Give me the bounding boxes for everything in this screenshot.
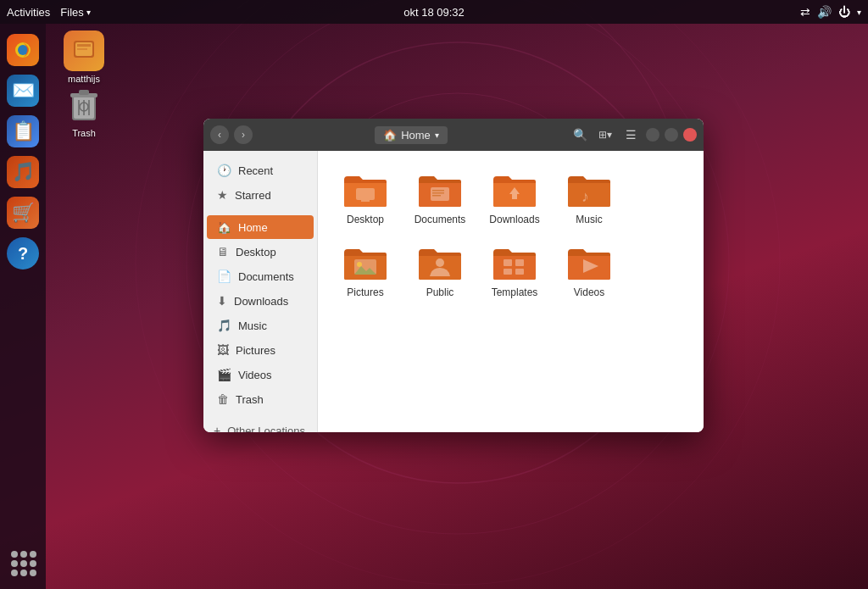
folder-templates[interactable]: Templates: [481, 237, 548, 303]
close-button[interactable]: [683, 128, 697, 142]
power-tray-icon[interactable]: ⏻: [838, 5, 850, 19]
svg-rect-23: [432, 195, 441, 197]
files-menu-label: Files: [60, 6, 83, 19]
plus-icon: +: [214, 424, 220, 432]
svg-rect-30: [504, 259, 512, 266]
recent-icon: 🕐: [217, 164, 231, 177]
path-label[interactable]: 🏠 Home ▾: [375, 126, 448, 144]
dock: ✉️ 📋 🎵 🛒 ?: [0, 24, 46, 589]
sidebar-label-trash: Trash: [236, 393, 264, 406]
dock-item-rhythmbox[interactable]: 🎵: [5, 154, 41, 190]
folder-documents[interactable]: Documents: [406, 164, 474, 231]
minimize-button[interactable]: [646, 128, 659, 142]
volume-tray-icon[interactable]: 🔊: [817, 5, 832, 19]
sidebar-label-recent: Recent: [238, 164, 273, 177]
other-locations-label: Other Locations: [227, 425, 305, 433]
folder-public[interactable]: Public: [406, 237, 474, 303]
files-menu[interactable]: Files ▾: [60, 6, 90, 19]
folder-desktop[interactable]: Desktop: [331, 164, 399, 231]
dock-item-appstore[interactable]: 🛒: [5, 195, 41, 231]
search-button[interactable]: 🔍: [570, 125, 590, 145]
network-tray-icon[interactable]: ⇄: [800, 5, 810, 19]
svg-rect-21: [432, 190, 444, 192]
titlebar-actions: 🔍 ⊞▾ ☰: [570, 125, 697, 145]
sidebar-item-desktop[interactable]: 🖥 Desktop: [207, 240, 314, 264]
fm-body: 🕐 Recent ★ Starred 🏠 Home 🖥 Desktop 📄 Do…: [203, 151, 704, 432]
sidebar-item-home[interactable]: 🏠 Home: [207, 215, 314, 239]
desktop-icon-trash[interactable]: Trash: [64, 85, 104, 138]
sidebar-item-videos[interactable]: 🎬 Videos: [207, 363, 314, 386]
starred-icon: ★: [217, 188, 228, 202]
sidebar-label-pictures: Pictures: [236, 344, 275, 357]
svg-text:♪: ♪: [581, 188, 589, 205]
folder-videos[interactable]: Videos: [555, 237, 623, 303]
files-menu-arrow: ▾: [86, 8, 91, 17]
folder-music-icon: ♪: [566, 169, 612, 210]
tray-arrow[interactable]: ▾: [857, 8, 861, 17]
topbar: Activities Files ▾ okt 18 09:32 ⇄ 🔊 ⏻ ▾: [0, 0, 868, 24]
folder-music[interactable]: ♪ Music: [555, 164, 623, 231]
svg-rect-8: [77, 44, 91, 47]
svg-rect-13: [79, 90, 89, 95]
folder-public-label: Public: [426, 286, 454, 298]
view-toggle-button[interactable]: ⊞▾: [595, 125, 615, 145]
music-icon: 🎵: [217, 319, 231, 332]
folder-pictures-icon: [342, 242, 388, 283]
desktop-icon-matthijs[interactable]: matthijs: [64, 31, 104, 84]
sidebar-item-recent[interactable]: 🕐 Recent: [207, 158, 314, 182]
folder-pictures[interactable]: Pictures: [331, 237, 399, 303]
menu-button[interactable]: ☰: [620, 125, 641, 145]
folder-downloads-label: Downloads: [489, 214, 539, 225]
sidebar-other-locations[interactable]: + Other Locations: [203, 419, 317, 432]
forward-button[interactable]: ›: [234, 125, 253, 144]
dock-item-notes[interactable]: 📋: [5, 114, 41, 149]
sidebar-item-starred[interactable]: ★ Starred: [207, 183, 314, 207]
path-dropdown-arrow: ▾: [435, 131, 439, 140]
dock-item-help[interactable]: ?: [5, 236, 41, 271]
path-bar: 🏠 Home ▾: [258, 126, 565, 144]
desktop-icon-trash-label: Trash: [72, 128, 96, 138]
svg-rect-9: [77, 48, 87, 50]
fm-sidebar: 🕐 Recent ★ Starred 🏠 Home 🖥 Desktop 📄 Do…: [203, 151, 318, 432]
folder-documents-icon: [417, 169, 463, 210]
back-button[interactable]: ‹: [210, 125, 229, 144]
dock-item-thunderbird[interactable]: ✉️: [5, 73, 41, 108]
svg-rect-33: [515, 269, 524, 275]
activities-button[interactable]: Activities: [7, 6, 50, 19]
dock-item-firefox[interactable]: [5, 32, 41, 68]
pictures-icon: 🖼: [217, 343, 229, 357]
sidebar-label-desktop: Desktop: [236, 246, 276, 258]
sidebar-item-documents[interactable]: 📄 Documents: [207, 264, 314, 288]
folder-public-icon: [417, 242, 463, 283]
trash-sidebar-icon: 🗑: [217, 392, 229, 406]
sidebar-label-documents: Documents: [238, 270, 294, 283]
folder-downloads-icon: [492, 169, 537, 210]
home-sidebar-icon: 🏠: [217, 220, 231, 234]
svg-rect-18: [356, 188, 375, 200]
home-icon: 🏠: [383, 129, 397, 142]
sidebar-item-music[interactable]: 🎵 Music: [207, 314, 314, 337]
folder-pictures-label: Pictures: [347, 286, 383, 298]
svg-rect-22: [432, 192, 444, 194]
maximize-button[interactable]: [665, 128, 678, 142]
videos-icon: 🎬: [217, 368, 231, 381]
topbar-right: ⇄ 🔊 ⏻ ▾: [800, 5, 861, 19]
sidebar-label-home: Home: [238, 221, 268, 234]
topbar-left: Activities Files ▾: [7, 6, 91, 19]
desktop-icon-sidebar: 🖥: [217, 245, 229, 258]
desktop-icon-matthijs-label: matthijs: [68, 74, 100, 84]
sidebar-item-pictures[interactable]: 🖼 Pictures: [207, 338, 314, 362]
sidebar-item-trash[interactable]: 🗑 Trash: [207, 387, 314, 411]
folder-templates-icon: [492, 242, 537, 283]
svg-rect-32: [504, 269, 512, 275]
file-manager-window: ‹ › 🏠 Home ▾ 🔍 ⊞▾ ☰ 🕐 Recent ★: [203, 119, 704, 432]
sidebar-item-downloads[interactable]: ⬇ Downloads: [207, 289, 314, 313]
dock-apps-grid-button[interactable]: [5, 545, 41, 581]
folder-desktop-icon: [342, 169, 388, 210]
sidebar-label-downloads: Downloads: [234, 295, 288, 308]
folder-videos-icon: [566, 242, 612, 283]
folder-downloads[interactable]: Downloads: [481, 164, 548, 231]
svg-rect-20: [431, 187, 449, 201]
folder-documents-label: Documents: [415, 214, 466, 225]
sidebar-label-music: Music: [238, 320, 267, 332]
